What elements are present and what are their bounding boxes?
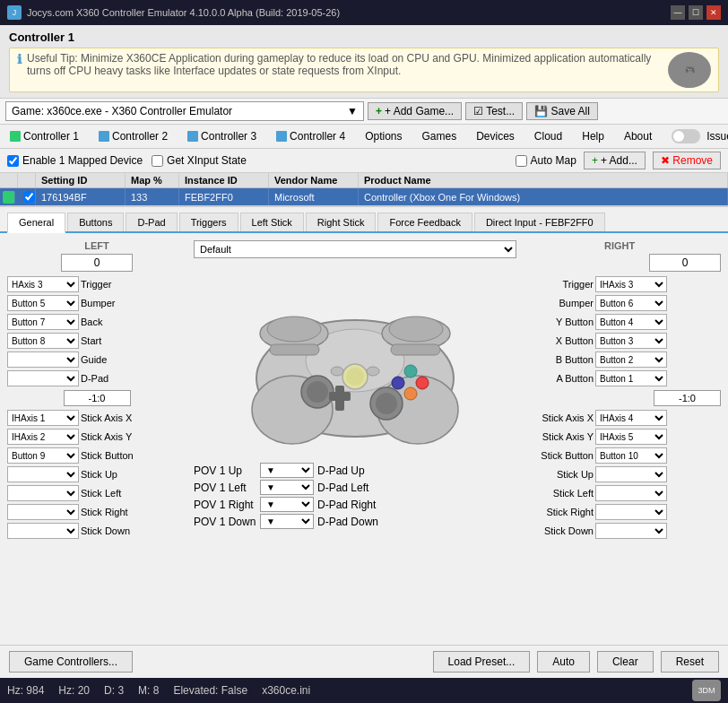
menu-cloud[interactable]: Cloud: [524, 126, 572, 147]
right-stick-left-label: Stick Left: [524, 488, 595, 499]
game-selector[interactable]: Game: x360ce.exe - X360 Controller Emula…: [5, 101, 364, 121]
menu-issues[interactable]: Issues: [662, 125, 728, 148]
enable-label: Enable 1 Mapped Device: [22, 154, 143, 167]
add-button[interactable]: + + Add...: [584, 152, 646, 169]
left-start-select[interactable]: Button 8: [7, 333, 79, 349]
svg-point-14: [404, 365, 417, 378]
issues-toggle[interactable]: [672, 129, 700, 143]
left-stick-right-row: Stick Right: [7, 503, 186, 521]
col-product-header: Product Name: [359, 173, 728, 187]
pov1-up-select[interactable]: ▼: [260, 463, 314, 478]
auto-map-checkbox[interactable]: Auto Map: [516, 154, 576, 167]
add-game-button[interactable]: + + Add Game...: [368, 102, 462, 120]
left-neg-input[interactable]: [64, 390, 131, 406]
right-stick-left-select[interactable]: [595, 485, 667, 501]
right-bumper-select[interactable]: Button 6: [595, 295, 667, 311]
tab-left-stick[interactable]: Left Stick: [240, 213, 304, 231]
xinput-checkbox-input[interactable]: [152, 155, 163, 167]
right-count-input[interactable]: [649, 254, 721, 272]
save-all-button[interactable]: 💾 Save All: [526, 102, 598, 120]
right-x-select[interactable]: Button 3: [595, 333, 667, 349]
left-bumper-select[interactable]: Button 5: [7, 295, 79, 311]
left-stick-axis-y-select[interactable]: IHAxis 2: [7, 429, 79, 445]
tab-controller-1[interactable]: Controller 1: [0, 126, 89, 147]
auto-map-input[interactable]: [516, 155, 527, 167]
tab-triggers[interactable]: Triggers: [179, 213, 238, 231]
row-checkbox[interactable]: [23, 191, 35, 203]
reset-button[interactable]: Reset: [661, 651, 719, 673]
tab-controller-1-label: Controller 1: [23, 130, 79, 143]
left-stick-down-select[interactable]: [7, 523, 79, 539]
left-trigger-select[interactable]: HAxis 3: [7, 276, 79, 292]
left-header: LEFT: [7, 240, 186, 251]
right-stick-down-select[interactable]: [595, 523, 667, 539]
right-stick-axis-x-select[interactable]: IHAxis 4: [595, 410, 667, 426]
menu-games[interactable]: Games: [412, 126, 466, 147]
left-count-input[interactable]: [61, 254, 133, 272]
get-xinput-checkbox[interactable]: Get XInput State: [152, 154, 247, 167]
left-back-label: Back: [79, 317, 146, 327]
pov1-down-select[interactable]: ▼: [260, 514, 314, 529]
right-stick-right-select[interactable]: [595, 504, 667, 520]
left-trigger-row: HAxis 3 Trigger: [7, 275, 186, 293]
load-preset-button[interactable]: Load Preset...: [433, 651, 531, 673]
left-stick-left-select[interactable]: [7, 485, 79, 501]
save-all-label: 💾 Save All: [534, 105, 590, 117]
svg-rect-13: [329, 392, 351, 401]
left-stick-up-select[interactable]: [7, 466, 79, 482]
tab-controller-3[interactable]: Controller 3: [178, 126, 266, 147]
left-guide-row: Guide: [7, 351, 186, 369]
game-controllers-button[interactable]: Game Controllers...: [9, 651, 133, 673]
info-icon: ℹ: [17, 52, 22, 66]
minimize-button[interactable]: —: [671, 5, 685, 20]
right-b-select[interactable]: Button 2: [595, 352, 667, 368]
menu-about[interactable]: About: [614, 126, 662, 147]
status-d: D: 3: [104, 684, 124, 697]
right-stick-button-select[interactable]: Button 10: [595, 447, 667, 464]
tab-controller-2-label: Controller 2: [112, 130, 168, 143]
tab-general[interactable]: General: [7, 213, 65, 233]
pov1-right-select[interactable]: ▼: [260, 497, 314, 512]
test-button[interactable]: ☑ Test...: [465, 102, 523, 120]
right-neg-input[interactable]: [654, 390, 721, 406]
left-dpad-select[interactable]: [7, 370, 79, 386]
default-preset-select[interactable]: Default: [194, 240, 516, 258]
left-back-select[interactable]: Button 7: [7, 314, 79, 330]
pov1-right-direction: D-Pad Right: [317, 499, 380, 511]
enable-checkbox-input[interactable]: [7, 155, 19, 167]
row-check[interactable]: [18, 188, 36, 205]
pov1-left-direction: D-Pad Left: [317, 482, 380, 494]
remove-button[interactable]: ✖ Remove: [653, 152, 721, 169]
left-stick-button-select[interactable]: Button 9: [7, 447, 79, 464]
tab-controller-4[interactable]: Controller 4: [266, 126, 355, 147]
left-guide-select[interactable]: [7, 352, 79, 368]
tab-direct-input[interactable]: Direct Input - FEBF2FF0: [474, 213, 605, 231]
right-trigger-select[interactable]: IHAxis 3: [595, 276, 667, 292]
right-stick-up-select[interactable]: [595, 466, 667, 482]
close-button[interactable]: ✕: [706, 5, 721, 20]
right-a-select[interactable]: Button 1: [595, 370, 667, 386]
svg-point-15: [416, 377, 429, 389]
auto-button[interactable]: Auto: [537, 651, 590, 673]
menu-options[interactable]: Options: [355, 126, 412, 147]
tab-dpad[interactable]: D-Pad: [126, 213, 177, 231]
menu-help[interactable]: Help: [572, 126, 614, 147]
left-stick-right-select[interactable]: [7, 504, 79, 520]
controller3-icon: [187, 131, 198, 142]
tab-controller-2[interactable]: Controller 2: [89, 126, 178, 147]
menu-devices[interactable]: Devices: [466, 126, 524, 147]
right-b-label: B Button: [524, 354, 595, 365]
enable-mapped-device-checkbox[interactable]: Enable 1 Mapped Device: [7, 154, 143, 167]
device-table-row[interactable]: 176194BF 133 FEBF2FF0 Microsoft Controll…: [0, 188, 728, 205]
pov1-left-select[interactable]: ▼: [260, 480, 314, 495]
maximize-button[interactable]: ☐: [689, 5, 703, 20]
tab-right-stick[interactable]: Right Stick: [306, 213, 377, 231]
left-stick-axis-y-row: IHAxis 2 Stick Axis Y: [7, 428, 186, 446]
right-y-select[interactable]: Button 4: [595, 314, 667, 330]
right-stick-axis-y-select[interactable]: IHAxis 5: [595, 429, 667, 445]
tab-buttons[interactable]: Buttons: [67, 213, 124, 231]
clear-button[interactable]: Clear: [597, 651, 654, 673]
tab-force-feedback[interactable]: Force Feedback: [377, 213, 472, 231]
status-hz: Hz: 984: [7, 684, 44, 697]
left-stick-axis-x-select[interactable]: IHAxis 1: [7, 410, 79, 426]
